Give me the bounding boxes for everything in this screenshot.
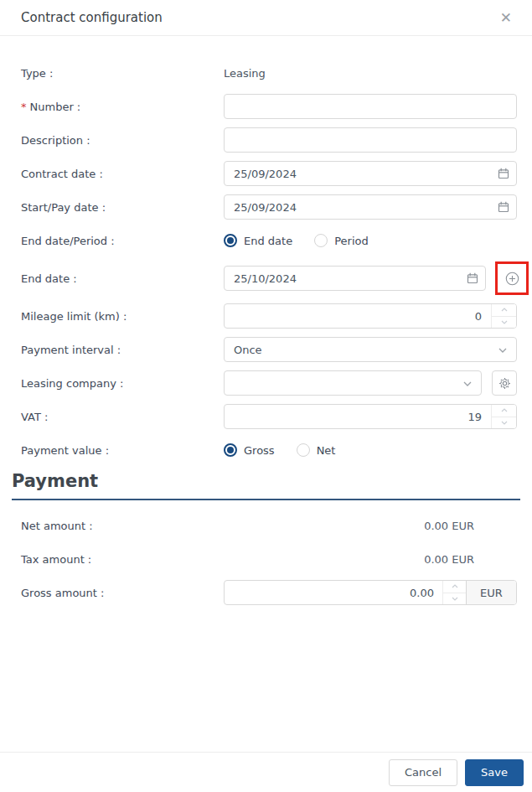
contract-form: Type : Leasing *Number : Description : C… [0, 36, 532, 605]
payment-interval-label: Payment interval : [21, 344, 224, 356]
leasing-company-row: Leasing company : [21, 370, 517, 396]
add-end-date-button[interactable] [500, 267, 524, 290]
net-amount-value: 0.00 EUR [224, 520, 517, 532]
net-amount-label: Net amount : [21, 520, 224, 532]
spinner-up-icon[interactable] [443, 581, 466, 593]
spinner-up-icon[interactable] [492, 304, 516, 317]
radio-net[interactable]: Net [297, 443, 336, 457]
radio-gross-label: Gross [244, 444, 275, 457]
net-amount-row: Net amount : 0.00 EUR [21, 513, 517, 538]
vat-label: VAT : [21, 411, 224, 423]
calendar-icon[interactable] [467, 272, 478, 284]
payment-interval-select[interactable]: Once [224, 337, 517, 362]
end-date-row: End date : [21, 261, 517, 295]
type-value: Leasing [224, 67, 266, 80]
contract-date-input[interactable] [224, 161, 517, 186]
start-pay-date-input[interactable] [224, 194, 517, 220]
required-asterisk: * [21, 101, 27, 113]
radio-end-date-label: End date [244, 235, 292, 247]
mileage-limit-input[interactable] [225, 304, 516, 328]
save-button[interactable]: Save [465, 759, 524, 786]
chevron-down-icon [498, 348, 507, 353]
contract-date-label: Contract date : [21, 168, 224, 180]
spinner-down-icon[interactable] [492, 417, 516, 429]
end-date-label: End date : [21, 272, 224, 285]
currency-addon: EUR [466, 581, 516, 604]
leasing-company-label: Leasing company : [21, 377, 224, 390]
number-row: *Number : [21, 94, 517, 119]
gross-amount-label: Gross amount : [21, 587, 224, 599]
payment-interval-value: Once [234, 344, 262, 356]
radio-unselected-icon[interactable] [314, 234, 328, 247]
spinner-up-icon[interactable] [492, 405, 516, 417]
tax-amount-row: Tax amount : 0.00 EUR [21, 546, 517, 572]
radio-net-label: Net [317, 444, 336, 457]
description-input[interactable] [224, 127, 517, 153]
end-date-input[interactable] [224, 266, 486, 291]
number-spinner [442, 581, 466, 604]
modal-header: Contract configuration ✕ [0, 0, 532, 36]
end-date-period-radio-group: End date Period [224, 234, 369, 247]
radio-period-label: Period [334, 235, 369, 247]
calendar-icon[interactable] [498, 168, 509, 179]
radio-selected-icon[interactable] [224, 443, 237, 457]
number-label: *Number : [21, 101, 224, 113]
vat-input[interactable] [225, 405, 516, 428]
payment-value-row: Payment value : Gross Net [21, 437, 517, 463]
number-spinner [491, 304, 516, 328]
number-spinner [491, 405, 516, 428]
payment-interval-row: Payment interval : Once [21, 337, 517, 362]
modal-footer: Cancel Save [0, 752, 532, 792]
radio-end-date[interactable]: End date [224, 234, 292, 247]
cancel-button[interactable]: Cancel [389, 759, 457, 786]
payment-section-heading: Payment [12, 471, 520, 500]
tax-amount-label: Tax amount : [21, 553, 224, 566]
chevron-down-icon [463, 381, 472, 386]
payment-value-label: Payment value : [21, 444, 224, 457]
mileage-limit-label: Mileage limit (km) : [21, 310, 224, 323]
description-row: Description : [21, 127, 517, 153]
number-input[interactable] [224, 94, 517, 119]
vat-row: VAT : [21, 404, 517, 429]
leasing-company-select[interactable] [224, 370, 482, 396]
plus-circle-icon [505, 272, 519, 286]
gear-icon [498, 377, 511, 390]
start-pay-date-label: Start/Pay date : [21, 201, 224, 214]
close-icon[interactable]: ✕ [497, 8, 515, 28]
end-date-period-row: End date/Period : End date Period [21, 228, 517, 253]
gross-amount-input[interactable] [225, 581, 442, 604]
spinner-down-icon[interactable] [492, 317, 516, 329]
tax-amount-value: 0.00 EUR [224, 553, 517, 566]
contract-date-row: Contract date : [21, 161, 517, 186]
radio-unselected-icon[interactable] [297, 443, 310, 457]
type-row: Type : Leasing [21, 60, 517, 85]
radio-period[interactable]: Period [314, 234, 369, 247]
calendar-icon[interactable] [498, 201, 509, 213]
modal-title: Contract configuration [21, 10, 163, 25]
type-label: Type : [21, 67, 224, 80]
mileage-limit-row: Mileage limit (km) : [21, 303, 517, 329]
radio-selected-icon[interactable] [224, 234, 237, 247]
payment-value-radio-group: Gross Net [224, 443, 335, 457]
spinner-down-icon[interactable] [443, 593, 466, 605]
description-label: Description : [21, 134, 224, 147]
start-pay-date-row: Start/Pay date : [21, 194, 517, 220]
radio-gross[interactable]: Gross [224, 443, 275, 457]
gross-amount-row: Gross amount : EUR [21, 580, 517, 605]
end-date-period-label: End date/Period : [21, 235, 224, 247]
highlight-box [495, 261, 529, 295]
leasing-company-settings-button[interactable] [492, 370, 517, 396]
